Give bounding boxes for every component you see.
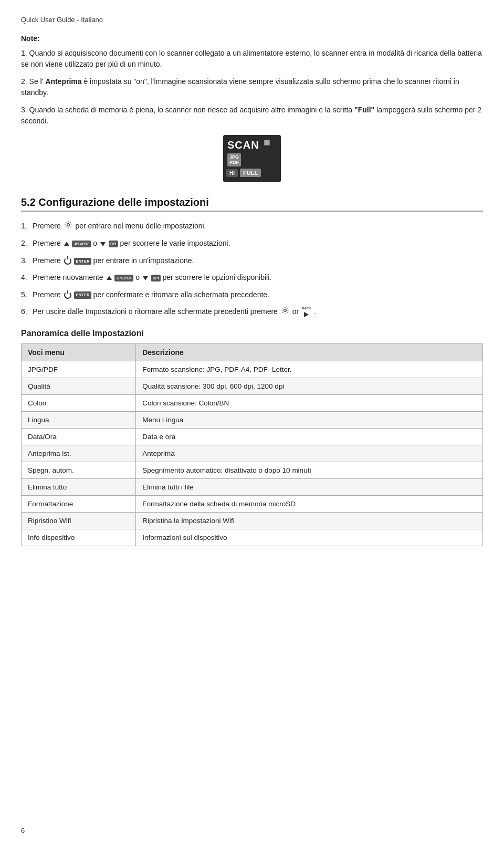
- table-row: Spegn. autom.Spegnimento automatico: dis…: [22, 462, 483, 479]
- table-header-row: Voci menu Descrizione: [22, 344, 483, 361]
- table-cell-menu: JPG/PDF: [22, 361, 136, 378]
- step-1: 1. Premere per entrare nel menu delle im…: [21, 220, 483, 232]
- table-cell-desc: Qualità scansione: 300 dpi, 600 dpi, 120…: [136, 378, 483, 395]
- section-52-heading: 5.2 Configurazione delle impostazioni: [21, 196, 483, 212]
- step-num-1: 1.: [21, 220, 30, 232]
- enter-power-icon-step5: [64, 291, 71, 299]
- table-cell-desc: Elimina tutti i file: [136, 479, 483, 496]
- steps-list: 1. Premere per entrare nel menu delle im…: [21, 220, 483, 318]
- table-cell-menu: Lingua: [22, 412, 136, 429]
- step-5-content: Premere ENTER per confermare e ritornare…: [33, 289, 483, 300]
- table-row: JPG/PDFFormato scansione: JPG, PDF-A4, P…: [22, 361, 483, 378]
- note-label: Note:: [21, 34, 483, 43]
- table-row: Data/OraData e ora: [22, 429, 483, 445]
- step-3: 3. Premere ENTER per entrare in un'impos…: [21, 255, 483, 266]
- settings-table: Voci menu Descrizione JPG/PDFFormato sca…: [21, 343, 483, 546]
- panoramica-heading: Panoramica delle Impostazioni: [21, 329, 483, 338]
- table-cell-desc: Colori scansione: Colori/BN: [136, 395, 483, 412]
- enter-icon-step5: ENTER: [74, 291, 91, 298]
- table-row: Ripristino WifiRipristina le impostazion…: [22, 513, 483, 529]
- table-cell-desc: Data e ora: [136, 429, 483, 445]
- scan-full: FULL: [240, 169, 261, 177]
- dpi-icon-step2: DPI: [109, 241, 118, 247]
- table-cell-menu: Data/Ora: [22, 429, 136, 445]
- table-cell-menu: Qualità: [22, 378, 136, 395]
- step-1-content: Premere per entrare nel menu delle impos…: [33, 220, 483, 232]
- table-cell-desc: Formattazione della scheda di memoria mi…: [136, 496, 483, 513]
- table-cell-menu: Colori: [22, 395, 136, 412]
- step-6: 6. Per uscire dalle Impostazioni o ritor…: [21, 306, 483, 318]
- arrow-up-icon-step4: [107, 276, 112, 280]
- table-header: Voci menu Descrizione: [22, 344, 483, 361]
- back-icon-step6: BACK: [302, 306, 311, 319]
- table-row: ColoriColori scansione: Colori/BN: [22, 395, 483, 412]
- enter-icon-step3: ENTER: [74, 258, 91, 265]
- table-body: JPG/PDFFormato scansione: JPG, PDF-A4, P…: [22, 361, 483, 546]
- table-row: FormattazioneFormattazione della scheda …: [22, 496, 483, 513]
- gear-icon-step1: [64, 221, 72, 232]
- section-52: 5.2 Configurazione delle impostazioni 1.…: [21, 196, 483, 318]
- table-cell-desc: Anteprima: [136, 445, 483, 462]
- col-desc-header: Descrizione: [136, 344, 483, 361]
- table-row: Anteprima ist.Anteprima: [22, 445, 483, 462]
- panoramica-section: Panoramica delle Impostazioni Voci menu …: [21, 329, 483, 546]
- full-bold: "Full": [354, 106, 374, 114]
- col-menu-header: Voci menu: [22, 344, 136, 361]
- scan-jpg: JPGPDF: [227, 153, 241, 167]
- scan-sub-row-1: JPGPDF: [223, 153, 281, 167]
- arrow-down-icon-step2: [100, 242, 106, 246]
- scan-sub-row-2: HI FULL: [223, 169, 281, 177]
- step-4-content: Premere nuovamente JPG/PDF o DPI per sco…: [33, 272, 483, 283]
- table-row: LinguaMenu Lingua: [22, 412, 483, 429]
- table-cell-menu: Anteprima ist.: [22, 445, 136, 462]
- table-cell-menu: Info dispositivo: [22, 529, 136, 546]
- note-item-3: Quando la scheda di memoria è piena, lo …: [21, 105, 483, 127]
- svg-point-0: [67, 224, 69, 226]
- step-4: 4. Premere nuovamente JPG/PDF o DPI per …: [21, 272, 483, 283]
- svg-point-1: [284, 309, 286, 312]
- table-cell-menu: Elimina tutto: [22, 479, 136, 496]
- arrow-down-icon-step4: [143, 276, 148, 280]
- note-list: Quando si acquisiscono documenti con lo …: [21, 48, 483, 127]
- table-row: Info dispositivoInformazioni sul disposi…: [22, 529, 483, 546]
- step-5: 5. Premere ENTER per confermare e ritorn…: [21, 289, 483, 300]
- arrow-up-icon-step2: [64, 242, 69, 246]
- step-num-2: 2.: [21, 237, 30, 249]
- table-cell-menu: Ripristino Wifi: [22, 513, 136, 529]
- step-3-content: Premere ENTER per entrare in un'impostaz…: [33, 255, 483, 266]
- note-text-1: Quando si acquisiscono documenti con lo …: [21, 49, 482, 68]
- table-row: QualitàQualità scansione: 300 dpi, 600 d…: [22, 378, 483, 395]
- step-2-content: Premere JPG/PDF o DPI per scorrere le va…: [33, 237, 483, 249]
- table-cell-desc: Formato scansione: JPG, PDF-A4, PDF- Let…: [136, 361, 483, 378]
- scan-hi: HI: [226, 169, 238, 177]
- step-num-3: 3.: [21, 255, 30, 266]
- note-section: Note: Quando si acquisiscono documenti c…: [21, 34, 483, 127]
- scan-image-container: SCAN ▦ JPGPDF HI FULL: [21, 135, 483, 184]
- jpgpdf-icon-step2: JPG/PDF: [72, 241, 91, 247]
- table-cell-menu: Formattazione: [22, 496, 136, 513]
- table-cell-desc: Menu Lingua: [136, 412, 483, 429]
- step-2: 2. Premere JPG/PDF o DPI per scorrere le…: [21, 237, 483, 249]
- table-cell-desc: Informazioni sul dispositivo: [136, 529, 483, 546]
- note-item-2: Se l' Anteprima è impostata su "on", l'i…: [21, 76, 483, 98]
- step-6-content: Per uscire dalle Impostazioni o ritornar…: [33, 306, 483, 318]
- anteprima-bold: Anteprima: [45, 77, 81, 86]
- table-cell-desc: Ripristina le impostazioni Wifi: [136, 513, 483, 529]
- play-back-icon: [303, 311, 310, 318]
- scan-screen-image: SCAN ▦ JPGPDF HI FULL: [223, 135, 281, 182]
- header-title: Quick User Guide - Italiano: [21, 16, 103, 24]
- step-num-6: 6.: [21, 306, 30, 317]
- table-cell-desc: Spegnimento automatico: disattivato o do…: [136, 462, 483, 479]
- enter-power-icon-step3: [64, 257, 71, 265]
- dpi-icon-step4: DPI: [151, 275, 161, 281]
- note-item-1: Quando si acquisiscono documenti con lo …: [21, 48, 483, 70]
- page-header: Quick User Guide - Italiano: [21, 16, 483, 24]
- scan-label: SCAN ▦: [223, 135, 281, 151]
- step-num-4: 4.: [21, 272, 30, 283]
- jpgpdf-icon-step4: JPG/PDF: [114, 275, 133, 281]
- gear-icon-step6: [281, 306, 289, 318]
- table-cell-menu: Spegn. autom.: [22, 462, 136, 479]
- step-num-5: 5.: [21, 289, 30, 300]
- table-row: Elimina tuttoElimina tutti i file: [22, 479, 483, 496]
